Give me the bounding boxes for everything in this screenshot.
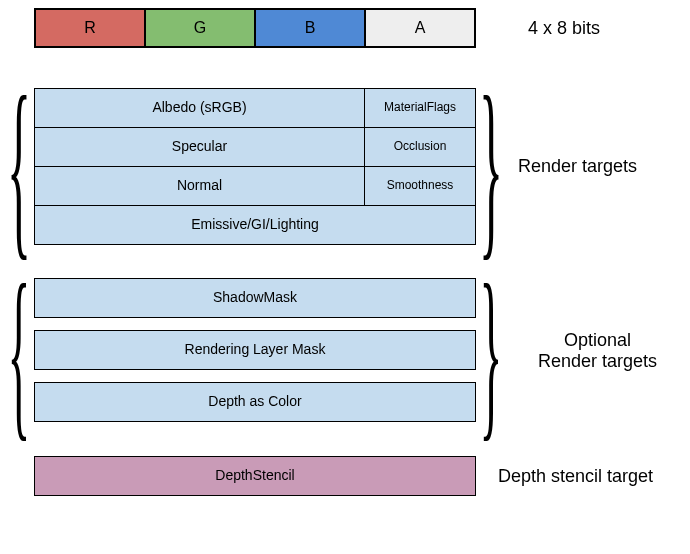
header-label: 4 x 8 bits (528, 18, 600, 39)
opt-row-2: Depth as Color (34, 382, 476, 422)
brace-left-opt: { (15, 268, 23, 433)
optional-targets-label: Optional Render targets (538, 330, 657, 372)
rt-row-1-a: Occlusion (364, 127, 476, 167)
channel-b: B (254, 8, 366, 48)
brace-right-opt: } (487, 268, 495, 433)
depth-stencil-row: DepthStencil (34, 456, 476, 496)
rt-row-3-full: Emissive/GI/Lighting (34, 205, 476, 245)
rt-row-2-a: Smoothness (364, 166, 476, 206)
channel-g: G (144, 8, 256, 48)
opt-row-0: ShadowMask (34, 278, 476, 318)
opt-row-1: Rendering Layer Mask (34, 330, 476, 370)
render-targets-label: Render targets (518, 156, 637, 177)
channel-r: R (34, 8, 146, 48)
depth-stencil-label: Depth stencil target (498, 466, 653, 487)
rt-row-0-rgb: Albedo (sRGB) (34, 88, 365, 128)
rt-row-0-a: MaterialFlags (364, 88, 476, 128)
channel-a: A (364, 8, 476, 48)
brace-left-rt: { (15, 78, 23, 253)
brace-right-rt: } (487, 78, 495, 253)
rt-row-1-rgb: Specular (34, 127, 365, 167)
rt-row-2-rgb: Normal (34, 166, 365, 206)
